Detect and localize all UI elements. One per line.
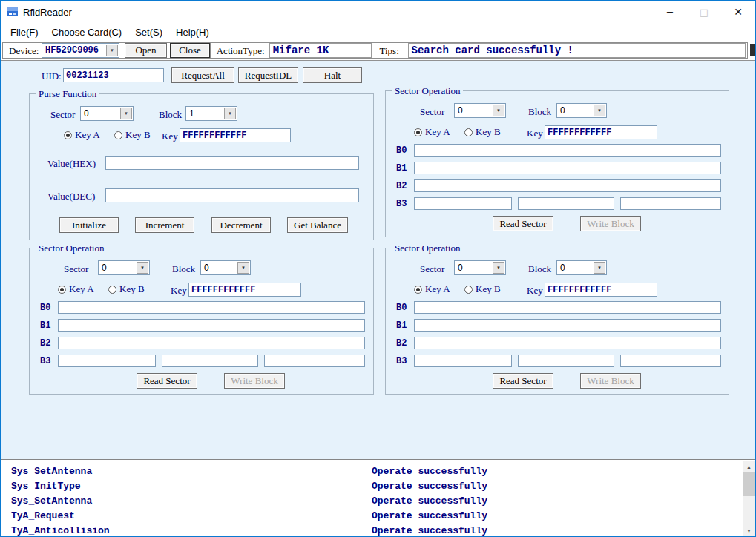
key-input[interactable] — [188, 283, 301, 297]
log-scrollbar[interactable]: ▲ ▼ — [743, 461, 755, 536]
block-label: Block — [528, 106, 551, 118]
read-sector-button[interactable]: Read Sector — [493, 216, 553, 231]
read-sector-button[interactable]: Read Sector — [493, 373, 553, 389]
open-button[interactable]: Open — [125, 43, 167, 58]
b3-input-1[interactable] — [58, 355, 156, 367]
sector-operation-group-top-right: Sector Operation Sector 0 ▼ Block 0 ▼ Ke… — [385, 90, 729, 237]
menu-file[interactable]: File(F) — [4, 24, 45, 40]
key-input[interactable] — [180, 128, 291, 142]
request-all-button[interactable]: RequestAll — [171, 67, 234, 83]
halt-button[interactable]: Halt — [303, 67, 362, 83]
menu-bar: File(F) Choose Card(C) Set(S) Help(H) — [1, 23, 755, 41]
chevron-down-icon[interactable]: ▼ — [120, 108, 132, 119]
b0-input[interactable] — [414, 301, 721, 314]
key-a-radio[interactable]: Key A — [414, 283, 450, 295]
key-b-radio[interactable]: Key B — [464, 126, 501, 138]
group-title: Purse Function — [36, 88, 99, 99]
sector-select[interactable]: 0 ▼ — [80, 106, 134, 121]
b2-input[interactable] — [58, 337, 365, 349]
b3-input-1[interactable] — [414, 197, 512, 210]
read-sector-button[interactable]: Read Sector — [137, 373, 197, 389]
decrement-button[interactable]: Decrement — [211, 217, 271, 233]
block-select[interactable]: 1 ▼ — [185, 106, 237, 121]
app-icon — [7, 6, 19, 18]
title-bar: RfidReader ─ □ ✕ — [1, 1, 755, 23]
scroll-down-button[interactable]: ▼ — [743, 524, 755, 536]
b3-input-2[interactable] — [518, 197, 614, 210]
block-select[interactable]: 0 ▼ — [556, 260, 607, 275]
b2-input[interactable] — [414, 337, 721, 349]
block-select[interactable]: 0 ▼ — [556, 103, 607, 118]
increment-button[interactable]: Increment — [135, 217, 194, 233]
b3-input-3[interactable] — [620, 197, 721, 210]
chevron-down-icon[interactable]: ▼ — [493, 105, 504, 116]
key-input[interactable] — [545, 125, 657, 139]
key-a-radio[interactable]: Key A — [58, 283, 94, 295]
group-title: Sector Operation — [36, 243, 107, 254]
b3-input-1[interactable] — [414, 355, 512, 367]
b1-input[interactable] — [414, 319, 721, 332]
window-title: RfidReader — [23, 7, 72, 18]
block-select[interactable]: 0 ▼ — [200, 260, 251, 275]
group-title: Sector Operation — [392, 243, 463, 254]
menu-set[interactable]: Set(S) — [128, 24, 169, 40]
b3-input-2[interactable] — [518, 355, 614, 367]
sector-select[interactable]: 0 ▼ — [454, 103, 506, 118]
log-entry-name: Sys_InitType — [11, 481, 372, 492]
get-balance-button[interactable]: Get Balance — [287, 217, 348, 233]
uid-input[interactable] — [63, 68, 164, 82]
maximize-button[interactable]: □ — [687, 1, 721, 23]
block-label: Block — [528, 263, 551, 275]
b3-input-3[interactable] — [620, 355, 721, 367]
device-section: Device: HF529C9096 ▼ Open Close — [2, 42, 211, 59]
chevron-down-icon[interactable]: ▼ — [224, 108, 236, 119]
key-a-radio[interactable]: Key A — [414, 126, 450, 138]
value-dec-input[interactable] — [105, 188, 359, 202]
value-hex-input[interactable] — [105, 156, 359, 170]
block-label: Block — [159, 109, 182, 121]
sector-select[interactable]: 0 ▼ — [98, 260, 150, 275]
b3-label: B3 — [396, 199, 407, 209]
key-label: Key — [527, 128, 543, 139]
minimize-button[interactable]: ─ — [653, 1, 687, 23]
chevron-down-icon[interactable]: ▼ — [493, 262, 504, 274]
b2-label: B2 — [396, 338, 407, 349]
action-type-value: Mifare 1K — [269, 43, 372, 58]
menu-choose-card[interactable]: Choose Card(C) — [45, 24, 129, 40]
scroll-up-button[interactable]: ▲ — [743, 461, 755, 472]
chevron-down-icon[interactable]: ▼ — [106, 45, 118, 56]
sector-value: 0 — [458, 105, 463, 116]
b3-input-3[interactable] — [264, 355, 365, 367]
b0-input[interactable] — [414, 144, 721, 157]
key-b-radio[interactable]: Key B — [464, 283, 501, 295]
log-entry-status: Operate successfully — [372, 495, 487, 507]
close-device-button[interactable]: Close — [170, 43, 210, 58]
b2-input[interactable] — [414, 179, 721, 192]
key-input[interactable] — [545, 283, 657, 297]
key-a-radio[interactable]: Key A — [64, 129, 100, 141]
b0-label: B0 — [396, 303, 407, 313]
sector-operation-group-bottom-right: Sector Operation Sector 0 ▼ Block 0 ▼ Ke… — [385, 248, 729, 395]
b3-input-2[interactable] — [162, 355, 258, 367]
key-b-radio[interactable]: Key B — [114, 129, 151, 141]
value-dec-label: Value(DEC) — [47, 191, 95, 202]
chevron-down-icon[interactable]: ▼ — [137, 262, 148, 274]
b0-input[interactable] — [58, 301, 365, 314]
initialize-button[interactable]: Initialize — [59, 217, 119, 233]
chevron-down-icon[interactable]: ▼ — [237, 262, 249, 274]
b1-label: B1 — [40, 320, 50, 331]
b1-input[interactable] — [414, 162, 721, 174]
key-b-label: Key B — [476, 126, 501, 138]
request-idl-button[interactable]: RequestIDL — [238, 67, 298, 83]
scrollbar-thumb[interactable] — [743, 472, 755, 496]
log-entry-name: TyA_Request — [11, 510, 372, 521]
value-hex-label: Value(HEX) — [47, 158, 96, 170]
key-b-radio[interactable]: Key B — [108, 283, 145, 295]
sector-select[interactable]: 0 ▼ — [454, 260, 506, 275]
chevron-down-icon[interactable]: ▼ — [594, 105, 605, 116]
device-select[interactable]: HF529C9096 ▼ — [42, 43, 119, 58]
close-button[interactable]: ✕ — [721, 1, 755, 23]
b1-input[interactable] — [58, 319, 365, 332]
chevron-down-icon[interactable]: ▼ — [594, 262, 605, 274]
menu-help[interactable]: Help(H) — [169, 24, 216, 40]
